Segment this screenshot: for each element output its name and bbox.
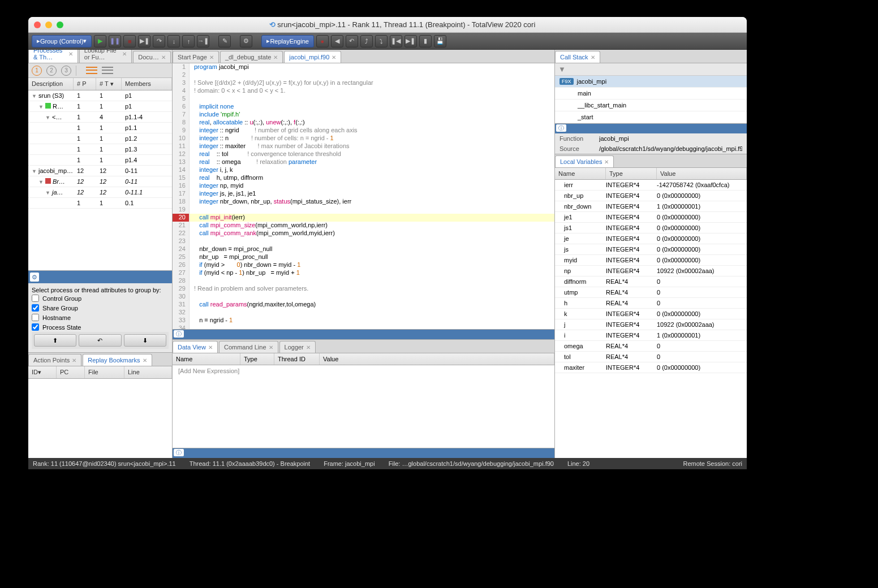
- process-row[interactable]: 11p1.3: [28, 144, 172, 155]
- process-row[interactable]: ▼ <…14p1.1-4: [28, 112, 172, 123]
- attr-checkbox[interactable]: Control Group: [32, 293, 169, 303]
- close-icon[interactable]: ✕: [332, 54, 336, 60]
- col-var-value[interactable]: Value: [657, 168, 747, 179]
- attr-checkbox[interactable]: Share Group: [32, 303, 169, 313]
- code-line[interactable]: 31 call read_params(ngrid,maxiter,tol,om…: [173, 301, 554, 309]
- code-line[interactable]: 17 integer js, je, js1, je1: [173, 190, 554, 198]
- rev-step-icon[interactable]: ⤴: [360, 35, 373, 47]
- code-line[interactable]: 22 call mpi_comm_rank(mpi_comm_world,myi…: [173, 230, 554, 237]
- gear-icon[interactable]: ⚙: [30, 273, 39, 282]
- close-window-icon[interactable]: [34, 21, 41, 28]
- skip-back-icon[interactable]: ❚◀: [390, 35, 402, 47]
- close-icon[interactable]: ✕: [273, 54, 278, 60]
- code-line[interactable]: 10 integer :: n ! number of cells: n = n…: [173, 135, 554, 142]
- call-stack-list[interactable]: F9Xjacobi_mpimain__libc_start_main_start: [555, 76, 747, 123]
- bookmark-icon[interactable]: ▮: [419, 35, 432, 47]
- group-control-button[interactable]: ▸ Group (Control) ▾: [32, 35, 92, 47]
- col-p[interactable]: # P: [74, 78, 96, 90]
- code-line[interactable]: 25 nbr_up = mpi_proc_null: [173, 253, 554, 261]
- minimize-window-icon[interactable]: [45, 21, 52, 28]
- variable-row[interactable]: je1INTEGER*40 (0x00000000): [555, 212, 747, 223]
- variable-row[interactable]: ierrINTEGER*4-1427058742 (0xaaf0cfca): [555, 180, 747, 191]
- up-button[interactable]: ⬆: [34, 334, 76, 347]
- variable-row[interactable]: jeINTEGER*40 (0x00000000): [555, 234, 747, 244]
- code-line[interactable]: 12 real :: tol ! convergence tolerance t…: [173, 150, 554, 158]
- close-icon[interactable]: ✕: [269, 344, 273, 351]
- col-line[interactable]: Line: [124, 366, 172, 378]
- close-icon[interactable]: ✕: [209, 54, 214, 60]
- close-icon[interactable]: ✕: [604, 159, 609, 165]
- skip-fwd-icon[interactable]: ▶❚: [404, 35, 417, 47]
- col-pc[interactable]: PC: [57, 366, 85, 378]
- tab-call-stack[interactable]: Call Stack✕: [555, 51, 600, 63]
- tab-start-page[interactable]: Start Page✕: [173, 51, 219, 63]
- rev-step-over-icon[interactable]: ↶: [346, 35, 358, 47]
- col-var-type[interactable]: Type: [606, 168, 657, 179]
- variable-row[interactable]: hREAL*40: [555, 298, 747, 309]
- col-var-name[interactable]: Name: [555, 168, 606, 179]
- add-expression[interactable]: [Add New Expression]: [173, 365, 554, 377]
- view-1-button[interactable]: 1: [32, 66, 42, 76]
- settings-icon[interactable]: ⚙: [240, 35, 252, 47]
- pause-icon[interactable]: ❚❚: [109, 35, 121, 47]
- code-line[interactable]: 30: [173, 293, 554, 301]
- code-line[interactable]: 26 if (myid > 0) nbr_down = myid - 1: [173, 261, 554, 269]
- rev-play-icon[interactable]: ◀: [331, 35, 343, 47]
- col-id[interactable]: ID▾: [28, 366, 57, 378]
- flat-view-icon[interactable]: [102, 66, 113, 75]
- tab-command-line[interactable]: Command Line✕: [219, 341, 278, 353]
- step-out-icon[interactable]: ↑: [182, 35, 195, 47]
- view-3-button[interactable]: 3: [61, 66, 71, 76]
- process-row[interactable]: 11p1.1: [28, 123, 172, 133]
- code-line[interactable]: 19: [173, 206, 554, 214]
- close-icon[interactable]: ✕: [208, 344, 213, 351]
- code-line[interactable]: 13 real :: omega ! relaxation parameter: [173, 158, 554, 166]
- code-line[interactable]: 15 real h, utmp, diffnorm: [173, 174, 554, 182]
- process-row[interactable]: ▼ srun (S3)11p1: [28, 90, 172, 101]
- tab-dl-debug[interactable]: _dl_debug_state✕: [220, 51, 283, 63]
- code-line[interactable]: 27 if (myid < np - 1) nbr_up = myid + 1: [173, 269, 554, 277]
- code-line[interactable]: 4! domain: 0 < x < 1 and 0 < y < 1.: [173, 87, 554, 95]
- code-line[interactable]: 34: [173, 325, 554, 329]
- code-line[interactable]: 24 nbr_down = mpi_proc_null: [173, 245, 554, 253]
- code-line[interactable]: 7 include 'mpif.h': [173, 111, 554, 119]
- close-icon[interactable]: ✕: [72, 357, 76, 364]
- replay-engine-button[interactable]: ▸ ReplayEngine: [261, 35, 314, 47]
- col-dv-value[interactable]: Value: [320, 353, 554, 365]
- process-table[interactable]: ▼ srun (S3)11p1▼ R…11p1▼ <…14p1.1-411p1.…: [28, 90, 172, 270]
- step-icon[interactable]: ▶❚: [138, 35, 150, 47]
- process-row[interactable]: ▼ Br…12120-11: [28, 176, 172, 187]
- tab-docu[interactable]: Docu…✕: [133, 51, 171, 63]
- code-line[interactable]: 28: [173, 277, 554, 285]
- process-row[interactable]: ▼ ja…12120-11.1: [28, 187, 172, 198]
- code-line[interactable]: 2: [173, 71, 554, 79]
- code-line[interactable]: 21 call mpi_comm_size(mpi_comm_world,np,…: [173, 222, 554, 230]
- variable-row[interactable]: maxiterINTEGER*40 (0x00000000): [555, 362, 747, 373]
- col-file[interactable]: File: [85, 366, 124, 378]
- step-into-icon[interactable]: ↓: [167, 35, 180, 47]
- code-line[interactable]: 33 n = ngrid - 1: [173, 317, 554, 325]
- filter-icon[interactable]: ▼: [558, 65, 566, 74]
- stack-frame[interactable]: __libc_start_main: [555, 100, 747, 111]
- code-line[interactable]: 23: [173, 237, 554, 245]
- close-icon[interactable]: ✕: [143, 357, 147, 364]
- save-icon[interactable]: 💾: [434, 35, 446, 47]
- tab-data-view[interactable]: Data View✕: [173, 341, 218, 353]
- close-icon[interactable]: ✕: [306, 344, 311, 351]
- col-description[interactable]: Description: [28, 78, 74, 90]
- stack-frame[interactable]: F9Xjacobi_mpi: [555, 76, 747, 88]
- variable-row[interactable]: diffnormREAL*40: [555, 276, 747, 287]
- col-dv-name[interactable]: Name: [173, 353, 240, 365]
- code-line[interactable]: 6 implicit none: [173, 103, 554, 111]
- variable-row[interactable]: jsINTEGER*40 (0x00000000): [555, 244, 747, 255]
- variable-row[interactable]: omegaREAL*40: [555, 341, 747, 352]
- variable-row[interactable]: npINTEGER*410922 (0x00002aaa): [555, 266, 747, 276]
- variable-row[interactable]: nbr_upINTEGER*40 (0x00000000): [555, 191, 747, 201]
- play-icon[interactable]: ▶: [94, 35, 106, 47]
- variable-row[interactable]: myidINTEGER*40 (0x00000000): [555, 255, 747, 266]
- source-editor[interactable]: 1program jacobi_mpi23! Solve [(d/dx)2 + …: [173, 63, 554, 329]
- variable-row[interactable]: jINTEGER*410922 (0x00002aaa): [555, 319, 747, 330]
- stop-icon[interactable]: ■: [123, 35, 136, 47]
- code-line[interactable]: 14 integer i, j, k: [173, 166, 554, 174]
- maximize-window-icon[interactable]: [57, 21, 63, 28]
